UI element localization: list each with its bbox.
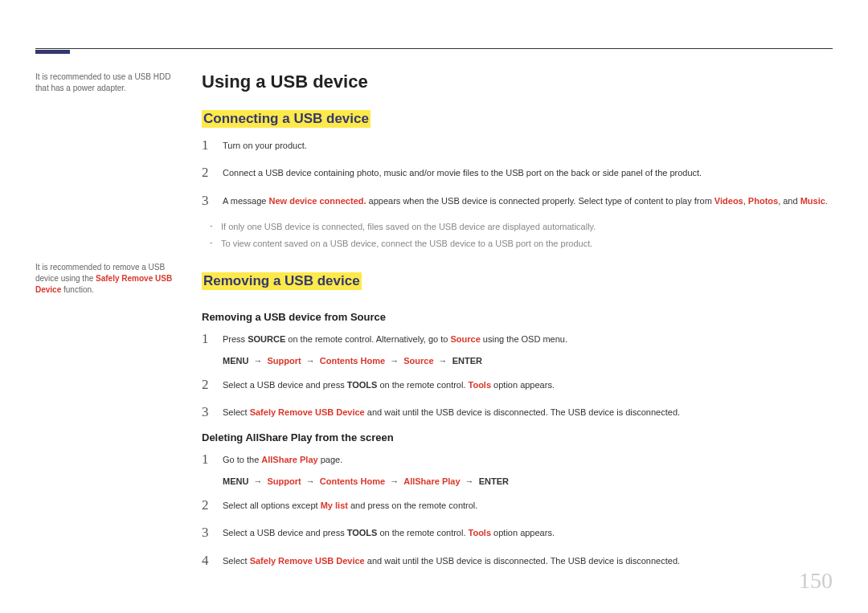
note-dash: -	[210, 220, 221, 230]
menu-sep: →	[253, 476, 262, 486]
menu-item: ENTER	[479, 476, 509, 486]
text-fragment: , and	[778, 196, 800, 206]
text-fragment: Select	[223, 556, 250, 566]
page-content: It is recommended to use a USB HDD that …	[35, 72, 833, 580]
step-text: Select Safely Remove USB Device and wait…	[223, 553, 680, 568]
menu-item: AllShare Play	[403, 476, 460, 486]
section-heading-connecting: Connecting a USB device	[202, 110, 371, 128]
step-text: Turn on your product.	[223, 137, 307, 153]
text-emph: Safely Remove USB Device	[250, 407, 365, 417]
note-text: To view content saved on a USB device, c…	[221, 237, 592, 251]
text-fragment: and wait until the USB device is disconn…	[365, 407, 680, 417]
note-dash: -	[210, 237, 221, 247]
text-fragment: Select	[223, 407, 250, 417]
text-emph: AllShare Play	[261, 455, 317, 464]
text-fragment: option appears.	[491, 380, 555, 390]
menu-sep: →	[390, 356, 399, 366]
text-fragment: appears when the USB device is connected…	[366, 196, 714, 206]
step-number: 2	[202, 497, 223, 513]
text-emph: Safely Remove USB Device	[250, 556, 365, 566]
step-row: 3 A message New device connected. appear…	[202, 193, 833, 209]
text-emph: Tools	[469, 380, 492, 390]
text-emph: Tools	[469, 528, 492, 537]
step-number: 3	[202, 404, 223, 420]
main-column: Using a USB device Connecting a USB devi…	[202, 72, 833, 580]
sidebar: It is recommended to use a USB HDD that …	[35, 72, 184, 580]
text-emph: New device connected.	[268, 196, 366, 206]
menu-item: Source	[403, 356, 433, 366]
sidebar-note-2: It is recommended to remove a USB device…	[35, 262, 184, 296]
note-row: - To view content saved on a USB device,…	[210, 237, 833, 251]
text-fragment: on the remote control. Alternatively, go…	[285, 334, 450, 344]
step-row: 2 Select all options except My list and …	[202, 497, 833, 513]
text-fragment: Select a USB device and press	[223, 528, 347, 537]
text-bold: TOOLS	[347, 380, 378, 390]
menu-item: MENU	[223, 476, 248, 486]
menu-sep: →	[439, 356, 448, 366]
step-text: Select Safely Remove USB Device and wait…	[223, 404, 680, 419]
step-number: 1	[202, 331, 223, 347]
menu-sep: →	[306, 356, 315, 366]
menu-sep: →	[465, 476, 474, 486]
step-text: Select all options except My list and pr…	[223, 497, 477, 513]
menu-path: MENU → Support → Contents Home → AllShar…	[223, 476, 833, 486]
menu-item: ENTER	[452, 356, 482, 366]
menu-sep: →	[390, 476, 399, 486]
step-text: Select a USB device and press TOOLS on t…	[223, 377, 555, 392]
step-number: 3	[202, 525, 223, 541]
step-row: 1 Turn on your product.	[202, 137, 833, 153]
text-fragment: and press on the remote control.	[348, 501, 477, 510]
text-fragment: .	[825, 196, 828, 206]
note-row: - If only one USB device is connected, f…	[210, 220, 833, 234]
text-emph: Source	[451, 334, 481, 344]
step-number: 2	[202, 377, 223, 393]
step-row: 2 Select a USB device and press TOOLS on…	[202, 377, 833, 393]
note-text: If only one USB device is connected, fil…	[221, 220, 596, 234]
text-fragment: Select all options except	[223, 501, 321, 510]
accent-bar	[35, 50, 70, 54]
text-emph: My list	[321, 501, 348, 510]
page-title: Using a USB device	[202, 72, 833, 92]
menu-item: MENU	[223, 356, 248, 366]
menu-item: Contents Home	[320, 356, 385, 366]
text-fragment: on the remote control.	[377, 528, 468, 537]
text-fragment: on the remote control.	[377, 380, 468, 390]
step-row: 3 Select Safely Remove USB Device and wa…	[202, 404, 833, 420]
menu-item: Support	[268, 476, 301, 486]
step-row: 4 Select Safely Remove USB Device and wa…	[202, 553, 833, 569]
page-number: 150	[799, 568, 833, 594]
text-emph: Videos	[714, 196, 743, 206]
step-number: 3	[202, 193, 223, 209]
menu-item: Support	[268, 356, 301, 366]
text-emph: Photos	[748, 196, 778, 206]
text-fragment: page.	[318, 455, 343, 464]
step-number: 2	[202, 165, 223, 181]
text-fragment: Press	[223, 334, 248, 344]
step-row: 2 Connect a USB device containing photo,…	[202, 165, 833, 181]
menu-sep: →	[306, 476, 315, 486]
sidebar-note-2-suffix: function.	[61, 285, 94, 294]
step-text: Connect a USB device containing photo, m…	[223, 165, 702, 180]
text-bold: TOOLS	[347, 528, 378, 537]
step-row: 3 Select a USB device and press TOOLS on…	[202, 525, 833, 541]
text-emph: Music	[800, 196, 825, 206]
menu-path: MENU → Support → Contents Home → Source …	[223, 356, 833, 366]
step-number: 4	[202, 553, 223, 569]
text-fragment: A message	[223, 196, 268, 206]
section-heading-removing: Removing a USB device	[202, 272, 362, 290]
step-text: Press SOURCE on the remote control. Alte…	[223, 331, 567, 346]
text-fragment: Go to the	[223, 455, 261, 464]
step-row: 1 Press SOURCE on the remote control. Al…	[202, 331, 833, 347]
menu-sep: →	[253, 356, 262, 366]
header-divider	[35, 48, 833, 49]
text-fragment: option appears.	[491, 528, 555, 537]
subsection-heading: Deleting AllShare Play from the screen	[202, 431, 833, 443]
sidebar-note-1: It is recommended to use a USB HDD that …	[35, 72, 184, 94]
menu-item: Contents Home	[320, 476, 385, 486]
text-fragment: Select a USB device and press	[223, 380, 347, 390]
step-number: 1	[202, 452, 223, 468]
step-text: Go to the AllShare Play page.	[223, 452, 342, 467]
text-fragment: using the OSD menu.	[481, 334, 567, 344]
text-bold: SOURCE	[248, 334, 285, 344]
text-fragment: and wait until the USB device is disconn…	[365, 556, 680, 566]
